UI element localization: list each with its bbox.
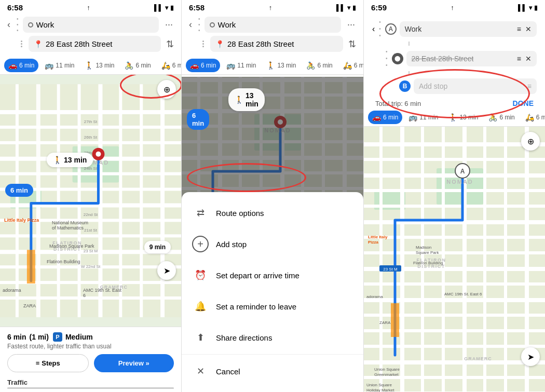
middle-dest-input[interactable] [227,39,338,48]
svg-text:AMC 19th St. East 6: AMC 19th St. East 6 [444,292,482,296]
svg-text:22nd St: 22nd St [84,212,98,217]
svg-rect-23 [160,84,165,317]
dest-hamburger-icon[interactable]: ≡ [517,55,521,63]
middle-search-area: ‹ • • • ··· 📍 [182,14,363,57]
middle-tab-moto[interactable]: 🛵 6 m [339,59,363,72]
left-poi-adorama: adorama [3,288,21,293]
left-tab-moto[interactable]: 🛵 6 m [157,59,181,72]
left-compass-button[interactable]: ➤ [157,261,176,280]
left-map-badge-text: 6 min [10,186,28,194]
sheet-share[interactable]: ⬆ Share directions [182,322,363,353]
svg-text:Madison: Madison [416,245,431,250]
middle-tab-transit[interactable]: 🚌 11 min [222,59,260,72]
svg-text:23 St M: 23 St M [383,267,398,272]
left-preview-button[interactable]: Preview » [94,354,174,372]
route-options-icon: ⇄ [192,205,209,221]
left-dest-input[interactable] [46,39,156,48]
middle-swap-button[interactable]: ⇅ [346,37,358,51]
left-back-button[interactable]: ‹ [5,18,12,31]
left-swap-button[interactable]: ⇅ [164,37,176,51]
sheet-reminder-label: Set a reminder to leave [216,302,296,311]
waypoint-b-label: B [399,80,411,92]
left-route-summary: 6 min (1 mi) P Medium [7,332,174,342]
right-tab-walk[interactable]: 🚶 13 min [444,111,482,124]
dest-pin-icon: 📍 [34,40,43,48]
svg-text:Union Square: Union Square [366,383,392,387]
right-compass-button[interactable]: ➤ [521,347,540,366]
middle-vert-dots [199,40,207,47]
sheet-cancel[interactable]: ✕ Cancel [182,356,363,387]
sheet-add-stop-label: Add stop [216,240,247,249]
left-origin-input[interactable] [36,20,154,29]
vert-dots-icon [18,40,25,47]
middle-more-button[interactable]: ··· [344,18,358,31]
right-dest-input-wrap[interactable]: 28 East 28th Street ≡ ✕ [406,51,537,66]
left-search-area: ‹ • • • ··· 📍 ⇅ [0,14,181,57]
sheet-reminder[interactable]: 🔔 Set a reminder to leave [182,291,363,322]
right-status-icons: ▌▌ ▾ ▮ [518,4,538,11]
left-more-button[interactable]: ··· [162,18,176,31]
left-tab-walk[interactable]: 🚶 13 min [80,59,118,72]
right-tab-bike[interactable]: 🚴 6 min [484,111,519,124]
middle-tab-bike[interactable]: 🚴 6 min [302,59,336,72]
left-layers-button[interactable]: ⊕ [157,80,176,99]
transit-icon: 🚌 [45,61,53,70]
svg-text:A: A [460,168,465,175]
svg-rect-11 [0,234,181,237]
svg-text:23 St M: 23 St M [84,249,98,253]
left-origin-input-wrap[interactable] [23,17,159,33]
right-layers-button[interactable]: ⊕ [521,132,540,151]
bike-icon: 🚴 [125,61,133,70]
left-dest-row: 📍 ⇅ [5,36,176,52]
right-tab-drive[interactable]: 🚗 6 min [368,111,402,124]
left-steps-button[interactable]: ≡ Steps [7,354,89,372]
right-dest-clear-icon[interactable]: ✕ [525,55,532,63]
svg-text:W 22nd St: W 22nd St [81,264,101,269]
add-stop-hamburger-icon[interactable]: ≡ [527,82,532,90]
reminder-icon: 🔔 [192,298,209,315]
sheet-route-options[interactable]: ⇄ Route options [182,197,363,228]
sheet-add-stop[interactable]: + Add stop [182,228,363,260]
right-add-stop-input-wrap[interactable]: Add stop ≡ [414,78,537,94]
right-phone-panel: 6:59 ↑ ▌▌ ▾ ▮ ‹ • • • A Work ≡ ✕ [363,0,545,392]
middle-tab-drive[interactable]: 🚗 6 min [186,59,220,72]
svg-text:Pizza: Pizza [368,240,379,245]
middle-status-bar: 6:58 ↑ ▌▌ ▾ ▮ [182,0,363,14]
svg-rect-82 [364,345,545,348]
middle-origin-input-wrap[interactable] [205,17,341,33]
walk-icon: 🚶 [85,61,93,70]
svg-rect-76 [364,251,545,254]
right-tab-moto[interactable]: 🛵 6 m [521,111,545,124]
svg-rect-79 [364,298,545,302]
svg-rect-21 [119,84,122,317]
middle-tab-walk[interactable]: 🚶 13 min [262,59,300,72]
left-parking-label: Medium [65,333,93,341]
left-tab-bike[interactable]: 🚴 6 min [120,59,155,72]
left-tab-transit[interactable]: 🚌 11 min [40,59,78,72]
right-tab-transit[interactable]: 🚌 11 min [404,111,442,124]
left-poi-pizza: Little Italy Pizza [4,218,39,223]
svg-rect-72 [364,189,545,192]
svg-text:ZARA: ZARA [379,320,391,325]
svg-rect-16 [16,84,19,317]
svg-text:26th St: 26th St [84,135,98,140]
right-done-button[interactable]: DONE [513,99,534,107]
sheet-divider [182,354,363,355]
right-back-button[interactable]: ‹ [372,24,375,34]
left-walk-badge: 🚶 13 min [47,153,93,167]
middle-dest-input-wrap[interactable]: 📍 [210,36,343,52]
left-moto-time: 6 m [172,62,181,69]
right-origin-clear-icon[interactable]: ✕ [525,25,532,33]
right-total-trip-row: Total trip: 6 min DONE [368,97,541,109]
left-dest-input-wrap[interactable]: 📍 [29,36,161,52]
right-origin-input-wrap[interactable]: Work ≡ ✕ [400,21,537,37]
sheet-depart-time[interactable]: ⏰ Set depart or arrive time [182,260,363,291]
sheet-cancel-label: Cancel [216,367,240,376]
middle-back-button[interactable]: ‹ [187,18,194,31]
left-tab-drive[interactable]: 🚗 6 min [4,59,38,72]
hamburger-icon[interactable]: ≡ [517,25,521,33]
left-route-time: 6 min [7,333,26,341]
left-poi-flatiron: Flatiron Building [47,259,80,264]
middle-origin-input[interactable] [218,20,336,29]
left-poi-madison: Madison Square Park [49,244,94,249]
